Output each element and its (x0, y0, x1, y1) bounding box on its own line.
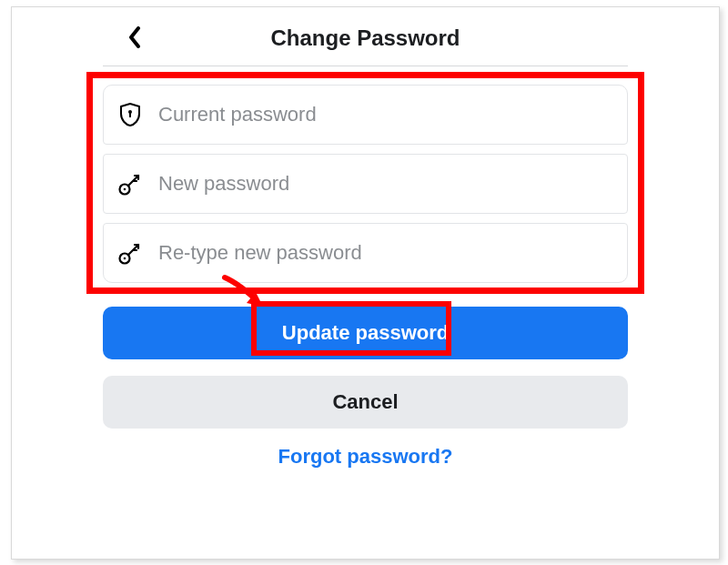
retype-password-input[interactable] (158, 241, 614, 265)
update-button-wrap: Update password (103, 307, 628, 359)
retype-password-row[interactable] (103, 223, 628, 283)
current-password-row[interactable] (103, 85, 628, 145)
password-fields-group (103, 85, 628, 283)
new-password-row[interactable] (103, 154, 628, 214)
cancel-button[interactable]: Cancel (103, 376, 628, 429)
change-password-screen: Change Password Update pa (11, 6, 720, 560)
svg-point-5 (124, 257, 126, 260)
key-icon (116, 239, 144, 267)
svg-rect-1 (129, 113, 131, 117)
key-icon (116, 170, 144, 197)
shield-lock-icon (116, 101, 144, 128)
new-password-input[interactable] (158, 172, 614, 196)
divider (103, 66, 628, 66)
svg-point-3 (124, 188, 126, 191)
header: Change Password (103, 25, 628, 66)
chevron-left-icon (127, 26, 142, 52)
forgot-password-link[interactable]: Forgot password? (103, 445, 628, 469)
page-title: Change Password (103, 25, 628, 51)
current-password-input[interactable] (158, 103, 614, 126)
update-password-button[interactable]: Update password (103, 307, 628, 359)
back-button[interactable] (121, 25, 148, 53)
